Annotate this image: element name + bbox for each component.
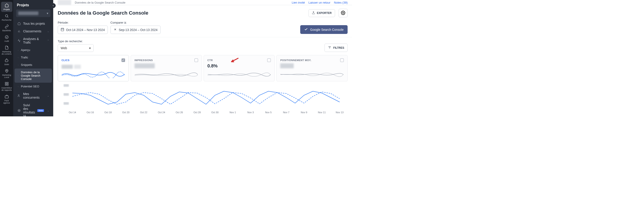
filters-button[interactable]: FILTRES: [324, 44, 348, 52]
gsc-connected-button[interactable]: Google Search Console: [300, 25, 348, 34]
svg-rect-5: [7, 82, 8, 83]
rail-item-backlinks[interactable]: Backlinks: [1, 23, 12, 33]
svg-text:Oct 30: Oct 30: [211, 111, 218, 114]
svg-text:Oct 24: Oct 24: [158, 111, 165, 114]
checkbox-position[interactable]: [340, 58, 344, 62]
settings-button[interactable]: [338, 9, 348, 17]
sidebar: Projets ▾ Tous les projets Classements ⌄…: [13, 0, 53, 116]
svg-point-12: [18, 95, 19, 96]
rail-item-pack-agence[interactable]: Pack agence: [1, 93, 12, 105]
project-name-blurred: [58, 0, 71, 5]
main-chart: Oct 14Oct 16Oct 18Oct 20Oct 22Oct 24Oct …: [58, 84, 348, 116]
sparkline-position: [280, 71, 344, 78]
export-button[interactable]: EXPORTER: [308, 9, 335, 17]
chart-legend: Clics (Oct-14 2024 - Nov-13 2024) Clics …: [53, 116, 352, 116]
calendar-icon: [61, 28, 64, 32]
controls-row: Période: Oct-14 2024 – Nov-13 2024 Compa…: [53, 21, 352, 37]
compare-label: Comparer à:: [110, 21, 160, 24]
link-invite[interactable]: Lien invité: [292, 1, 305, 4]
search-icon: [4, 14, 9, 18]
metric-card-impressions[interactable]: IMPRESSIONS: [131, 55, 202, 81]
svg-text:Oct 16: Oct 16: [87, 111, 94, 114]
rail-item-rapports[interactable]: Assembleur de rapports: [1, 80, 12, 93]
chevron-up-icon: ⌃: [47, 39, 49, 42]
grid-icon: [4, 82, 9, 86]
svg-point-14: [19, 110, 20, 111]
svg-text:Nov 5: Nov 5: [265, 111, 272, 114]
nav-potentiel-seo[interactable]: Potentiel SEO: [14, 83, 52, 90]
value-blurred: [134, 63, 155, 68]
svg-text:Oct 26: Oct 26: [176, 111, 183, 114]
rail-item-projets[interactable]: Projets: [1, 2, 12, 12]
svg-point-0: [6, 15, 8, 17]
breadcrumb: Données de la Google Search Console: [75, 1, 125, 4]
nav-analyses-trafic[interactable]: Analyses & Trafic ⌃: [14, 35, 52, 46]
svg-text:Oct 20: Oct 20: [122, 111, 129, 114]
svg-text:Nov 9: Nov 9: [301, 111, 307, 114]
nav-suivi-ia[interactable]: Suivi des résultats IA Beta ⌄: [14, 101, 52, 116]
svg-rect-7: [7, 84, 8, 85]
nav-classements[interactable]: Classements ⌄: [14, 28, 52, 35]
nav-apercu[interactable]: Aperçu: [14, 46, 52, 54]
rail-item-smm[interactable]: SMM: [1, 57, 12, 67]
svg-point-3: [6, 70, 7, 71]
period-picker[interactable]: Oct-14 2024 – Nov-13 2024: [58, 26, 108, 34]
checkbox-ctr[interactable]: [267, 58, 271, 62]
compare-icon: [114, 28, 117, 32]
svg-text:Nov 13: Nov 13: [336, 111, 344, 114]
nav-snippets[interactable]: Snippets: [14, 61, 52, 69]
link-notes[interactable]: Notes (39): [334, 1, 348, 4]
pulse-icon: [17, 39, 21, 43]
doc-icon: [4, 45, 9, 50]
chevron-down-icon: ▾: [89, 46, 91, 50]
search-type-label: Type de recherche:: [58, 40, 94, 43]
nav-trafic[interactable]: Trafic: [14, 54, 52, 61]
project-name-blurred: [18, 12, 38, 15]
checkbox-clics[interactable]: ✓: [122, 58, 125, 62]
project-selector[interactable]: ▾: [16, 10, 50, 17]
chevron-down-icon: ⌄: [47, 30, 49, 33]
svg-text:Oct 28: Oct 28: [194, 111, 201, 114]
collapse-sidebar-button[interactable]: [51, 3, 56, 8]
value-blurred: [62, 65, 73, 69]
sidebar-nav: Tous les projets Classements ⌄ Analyses …: [13, 20, 53, 116]
search-type-select[interactable]: Web ▾: [58, 44, 94, 52]
link-feedback[interactable]: Laisser un retour: [308, 1, 330, 4]
nav-gsc-data[interactable]: Données de la Google Search Console: [14, 69, 52, 83]
sidebar-title: Projets: [13, 0, 53, 10]
svg-line-1: [8, 17, 8, 18]
nav-tous-projets[interactable]: Tous les projets: [14, 20, 52, 28]
sparkline-clics: [62, 71, 125, 78]
topbar: Données de la Google Search Console Lien…: [53, 0, 352, 5]
gear-icon: [341, 11, 345, 16]
svg-rect-4: [5, 82, 6, 83]
svg-text:Oct 22: Oct 22: [140, 111, 147, 114]
title-row: Données de la Google Search Console EXPO…: [53, 5, 352, 21]
svg-rect-6: [5, 84, 6, 85]
rail-item-recherche[interactable]: Recherche: [1, 12, 12, 23]
filter-icon: [328, 46, 332, 50]
value-blurred: [74, 65, 81, 69]
link-icon: [4, 24, 9, 29]
metric-cards-row: CLICS ✓ IMPRESSIONS: [53, 55, 352, 81]
upload-icon: [312, 11, 315, 15]
svg-text:Oct 18: Oct 18: [104, 111, 112, 114]
svg-text:Nov 3: Nov 3: [247, 111, 254, 114]
rail-item-audit[interactable]: Audit: [1, 34, 12, 44]
rail-item-marketing-local[interactable]: Marketing Local: [1, 67, 12, 80]
metric-card-clics[interactable]: CLICS ✓: [58, 55, 129, 81]
svg-rect-8: [5, 96, 8, 98]
metric-card-position[interactable]: POSITIONNEMENT MOY.: [276, 55, 348, 81]
svg-text:Nov 7: Nov 7: [283, 111, 290, 114]
chevron-down-icon: ⌄: [47, 109, 49, 112]
checkbox-impressions[interactable]: [194, 58, 198, 62]
svg-text:Nov 1: Nov 1: [230, 111, 236, 114]
rail-item-marketing-contenu[interactable]: Marketing de contenu: [1, 44, 12, 56]
ctr-value: 0.8%: [208, 63, 271, 69]
nav-concurrents[interactable]: Mes concurrents ⌄: [14, 90, 52, 101]
target-icon: [17, 109, 21, 112]
sparkline-impressions: [134, 71, 198, 78]
home-icon: [4, 3, 9, 8]
compare-picker[interactable]: Sep-13 2024 – Oct-13 2024: [110, 26, 160, 34]
metric-card-ctr[interactable]: CTR 0.8%: [204, 55, 275, 81]
